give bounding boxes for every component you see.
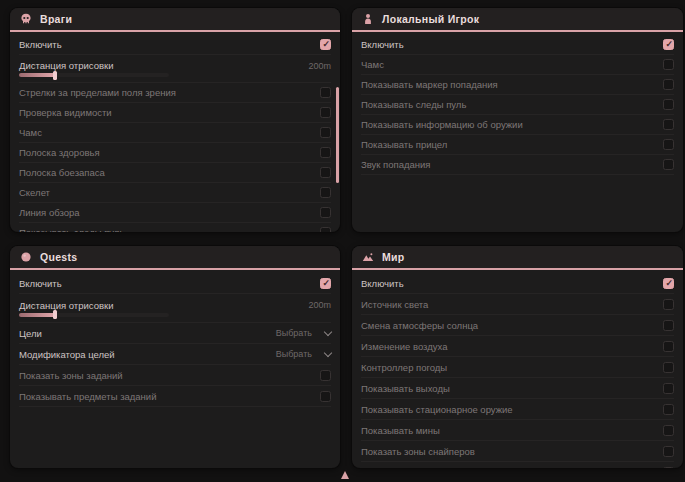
- setting-row-slider: Дистанция отрисовки200m: [19, 55, 331, 83]
- checkbox[interactable]: [663, 278, 674, 289]
- slider-thumb[interactable]: [53, 71, 57, 80]
- checkbox[interactable]: [663, 119, 674, 130]
- setting-row-checkbox: Показывать информацию об оружии: [361, 115, 674, 135]
- checkbox[interactable]: [320, 87, 331, 98]
- setting-row-checkbox: Показать зоны заданий: [19, 365, 331, 386]
- setting-row-checkbox: Скелет: [19, 183, 331, 203]
- checkbox[interactable]: [320, 227, 331, 232]
- checkbox[interactable]: [320, 147, 331, 158]
- setting-label: Линия обзора: [19, 207, 80, 218]
- setting-row-checkbox: Контроллер погоды: [361, 357, 674, 378]
- checkbox[interactable]: [663, 362, 674, 373]
- slider-thumb[interactable]: [53, 310, 57, 319]
- dropdown[interactable]: Выбрать: [276, 328, 331, 338]
- panel-body: ВключитьДистанция отрисовки200mСтрелки з…: [10, 32, 340, 232]
- setting-row-checkbox: Показывать предметы заданий: [19, 386, 331, 407]
- setting-label: Показать зоны заданий: [19, 370, 123, 381]
- checkbox[interactable]: [320, 187, 331, 198]
- setting-row-checkbox: Смена атмосферы солнца: [361, 315, 674, 336]
- checkbox[interactable]: [320, 107, 331, 118]
- dropdown-value: Выбрать: [276, 328, 312, 338]
- setting-label: Показывать следы пуль: [19, 227, 124, 232]
- setting-row-checkbox: Проверка видимости: [19, 103, 331, 123]
- setting-label: Стрелки за пределами поля зрения: [19, 87, 176, 98]
- checkbox[interactable]: [663, 39, 674, 50]
- setting-row-checkbox: Включить: [19, 35, 331, 55]
- setting-label: Показывать выходы: [361, 383, 450, 394]
- slider[interactable]: [19, 73, 169, 77]
- checkbox[interactable]: [663, 99, 674, 110]
- checkbox[interactable]: [320, 39, 331, 50]
- setting-row-checkbox: Чамс: [19, 123, 331, 143]
- setting-label: Показывать следы пуль: [361, 99, 466, 110]
- checkbox[interactable]: [320, 207, 331, 218]
- setting-row-dropdown: Модификатора целейВыбрать: [19, 344, 331, 365]
- panel-scrollbar[interactable]: [336, 87, 339, 183]
- panel-title: Враги: [40, 13, 72, 25]
- setting-label: Показывать предметы заданий: [19, 391, 156, 402]
- checkbox[interactable]: [663, 139, 674, 150]
- panel-body: ВключитьИсточник светаСмена атмосферы со…: [352, 270, 683, 468]
- checkbox[interactable]: [663, 299, 674, 310]
- panel-header[interactable]: Локальный Игрок: [352, 8, 683, 32]
- checkbox[interactable]: [663, 425, 674, 436]
- checkbox[interactable]: [663, 320, 674, 331]
- panel-enemies: Враги ВключитьДистанция отрисовки200mСтр…: [10, 8, 340, 232]
- dropdown-value: Выбрать: [276, 349, 312, 359]
- checkbox[interactable]: [320, 370, 331, 381]
- setting-label: Смена атмосферы солнца: [361, 320, 478, 331]
- checkbox[interactable]: [663, 79, 674, 90]
- setting-row-checkbox: Полоска здоровья: [19, 143, 331, 163]
- slider-value: 200m: [308, 61, 331, 71]
- setting-label: Дистанция отрисовки: [19, 60, 113, 71]
- setting-row-checkbox: Полоска боезапаса: [19, 163, 331, 183]
- setting-row-checkbox: Показывать выходы: [361, 378, 674, 399]
- checkbox[interactable]: [320, 278, 331, 289]
- setting-row-checkbox: Показывать маркер попадания: [361, 75, 674, 95]
- panel-body: ВключитьДистанция отрисовки200mЦелиВыбра…: [10, 270, 340, 468]
- checkbox[interactable]: [663, 383, 674, 394]
- checkbox[interactable]: [663, 404, 674, 415]
- setting-label: Включить: [361, 39, 404, 50]
- checkbox[interactable]: [663, 341, 674, 352]
- setting-row-dropdown: ЦелиВыбрать: [19, 323, 331, 344]
- setting-label: Модификатора целей: [19, 349, 115, 360]
- panel-header[interactable]: Quests: [10, 246, 340, 270]
- checkbox[interactable]: [663, 159, 674, 170]
- setting-label: Показать зоны снайперов: [361, 446, 475, 457]
- setting-label: Проверка видимости: [19, 107, 112, 118]
- setting-label: Включить: [19, 39, 62, 50]
- setting-row-checkbox: Включить: [361, 273, 674, 294]
- setting-row-checkbox: Чамс: [361, 55, 674, 75]
- checkbox[interactable]: [663, 467, 674, 469]
- slider-fill: [19, 73, 55, 77]
- setting-label: Контроллер погоды: [361, 362, 447, 373]
- quest-icon: [20, 251, 32, 263]
- panel-header[interactable]: Враги: [10, 8, 340, 32]
- cursor-icon: [341, 471, 349, 479]
- setting-label: Дистанция отрисовки: [19, 300, 113, 311]
- checkbox[interactable]: [663, 446, 674, 457]
- setting-label: Полоска боезапаса: [19, 167, 105, 178]
- chevron-down-icon: [324, 348, 332, 356]
- slider-fill: [19, 313, 55, 317]
- checkbox[interactable]: [320, 167, 331, 178]
- slider[interactable]: [19, 313, 169, 317]
- setting-label: Показывать стационарное оружие: [361, 404, 513, 415]
- setting-row-checkbox: Показывать стационарное оружие: [361, 399, 674, 420]
- checkbox[interactable]: [320, 391, 331, 402]
- checkbox[interactable]: [663, 59, 674, 70]
- checkbox[interactable]: [320, 127, 331, 138]
- setting-label: Показывать маркер попадания: [361, 79, 498, 90]
- panel-title: Локальный Игрок: [382, 13, 479, 25]
- setting-row-checkbox: Включить: [361, 35, 674, 55]
- panel-title: Мир: [382, 251, 405, 263]
- setting-row-slider: Дистанция отрисовки200m: [19, 294, 331, 323]
- setting-row-checkbox: Звук попадания: [361, 155, 674, 175]
- panel-header[interactable]: Мир: [352, 246, 683, 270]
- setting-row-checkbox: Показать зоны снайперов: [361, 441, 674, 462]
- setting-label: Цели: [19, 328, 42, 339]
- dropdown[interactable]: Выбрать: [276, 349, 331, 359]
- setting-row-checkbox: Изменение воздуха: [361, 336, 674, 357]
- panel-quests: Quests ВключитьДистанция отрисовки200mЦе…: [10, 246, 340, 468]
